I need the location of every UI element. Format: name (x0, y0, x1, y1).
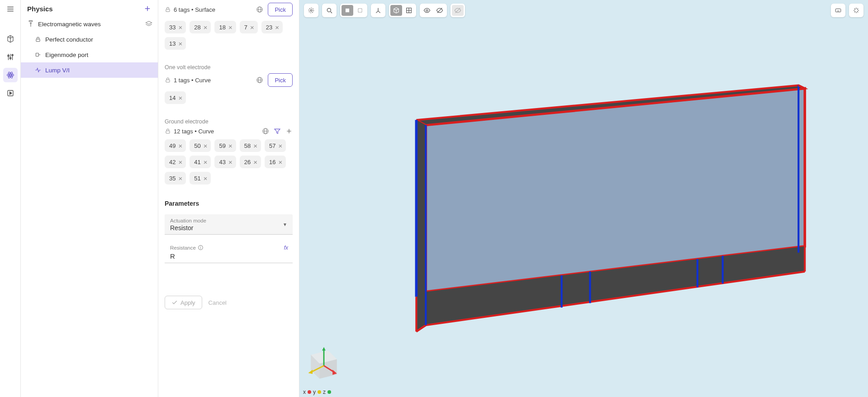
svg-point-9 (9, 75, 11, 76)
hide-icon[interactable] (434, 5, 446, 16)
actuation-mode-dropdown[interactable]: Actuation mode Resistor ▼ (165, 214, 293, 235)
tags-summary: 6 tags • Surface (174, 6, 215, 13)
tag-chip[interactable]: 35× (165, 172, 186, 184)
axes-icon[interactable] (372, 5, 384, 16)
menu-icon[interactable] (3, 2, 18, 16)
zoom-fit-icon[interactable] (323, 5, 335, 16)
nav-rail (0, 0, 21, 397)
select-face-icon[interactable] (342, 5, 353, 16)
tag-chip[interactable]: 13× (165, 37, 186, 50)
tree-item-perfect-conductor[interactable]: Perfect conductor (21, 32, 158, 47)
fx-icon[interactable]: fx (284, 245, 288, 251)
tag-chip[interactable]: 43× (214, 156, 236, 168)
resistance-field[interactable]: Resistance R fx (165, 242, 293, 263)
axis-labels: x y z (303, 389, 331, 395)
close-icon[interactable]: × (178, 40, 182, 47)
lock-icon (34, 36, 42, 43)
apply-button[interactable]: Apply (165, 296, 202, 309)
tag-chip[interactable]: 58× (240, 139, 261, 152)
field-value: R (170, 252, 287, 260)
axis-x-dot (308, 390, 311, 394)
close-icon[interactable]: × (178, 142, 182, 149)
play-icon[interactable] (3, 86, 18, 100)
section-unnamed: 6 tags • Surface Pick 33× 28× 18× 7× 23×… (165, 3, 293, 54)
tree-item-lump-vi[interactable]: Lump V/I (21, 62, 158, 78)
lock-icon (165, 128, 171, 134)
viewport-3d[interactable]: x y z (299, 0, 868, 397)
svg-rect-19 (36, 39, 40, 41)
tag-chip[interactable]: 14× (165, 91, 186, 104)
close-icon[interactable]: × (250, 24, 254, 31)
select-box-icon[interactable] (354, 5, 366, 16)
close-icon[interactable]: × (275, 24, 279, 31)
tag-chip[interactable]: 41× (190, 156, 211, 168)
tag-chip[interactable]: 42× (165, 156, 186, 168)
tag-chip[interactable]: 50× (190, 139, 211, 152)
tree-item-label: Electromagnetic waves (38, 21, 101, 28)
close-icon[interactable]: × (228, 142, 232, 149)
add-tag-icon[interactable] (285, 128, 293, 135)
pick-button[interactable]: Pick (268, 3, 293, 16)
reset-view-icon[interactable] (305, 5, 317, 16)
tag-chip[interactable]: 28× (190, 21, 211, 33)
svg-marker-65 (416, 120, 426, 297)
properties-panel: 6 tags • Surface Pick 33× 28× 18× 7× 23×… (158, 0, 299, 397)
pick-button[interactable]: Pick (268, 73, 293, 87)
globe-icon[interactable] (256, 76, 263, 84)
tag-chip[interactable]: 57× (265, 139, 286, 152)
close-icon[interactable]: × (228, 24, 232, 31)
tags-summary: 1 tags • Curve (174, 77, 211, 84)
close-icon[interactable]: × (204, 142, 208, 149)
close-icon[interactable]: × (178, 159, 182, 165)
close-icon[interactable]: × (253, 159, 257, 165)
tag-chip[interactable]: 7× (240, 21, 258, 33)
cancel-button[interactable]: Cancel (209, 296, 227, 309)
tree-item-label: Lump V/I (45, 67, 70, 74)
layers-icon[interactable] (145, 20, 152, 28)
physics-icon[interactable] (3, 68, 18, 82)
tree-item-em-waves[interactable]: Electromagnetic waves (21, 16, 158, 32)
close-icon[interactable]: × (228, 159, 232, 165)
tag-chip[interactable]: 49× (165, 139, 186, 152)
tag-chip[interactable]: 51× (190, 172, 211, 184)
tag-chip[interactable]: 59× (214, 139, 236, 152)
close-icon[interactable]: × (178, 175, 182, 182)
close-icon[interactable]: × (278, 159, 282, 165)
svg-point-52 (426, 9, 428, 11)
globe-icon[interactable] (256, 6, 263, 13)
wireframe-icon[interactable] (390, 5, 402, 16)
close-icon[interactable]: × (204, 24, 208, 31)
lock-icon (165, 77, 171, 83)
tag-chip[interactable]: 18× (214, 21, 236, 33)
keyboard-icon[interactable] (832, 5, 844, 16)
viewport-toolbar-right (831, 4, 863, 17)
svg-marker-14 (9, 92, 12, 95)
sparkle-icon[interactable] (850, 5, 862, 16)
tag-chip[interactable]: 26× (240, 156, 261, 168)
tree-item-eigenmode-port[interactable]: Eigenmode port (21, 47, 158, 62)
axis-y-label: y (313, 389, 316, 395)
axis-gizmo[interactable] (302, 342, 346, 385)
close-icon[interactable]: × (204, 175, 208, 182)
close-icon[interactable]: × (178, 24, 182, 31)
globe-icon[interactable] (262, 128, 269, 135)
show-icon[interactable] (421, 5, 433, 16)
svg-rect-44 (346, 9, 349, 12)
svg-rect-55 (835, 9, 841, 12)
model-canvas[interactable] (299, 0, 868, 397)
grid-icon[interactable] (403, 5, 415, 16)
tag-chip[interactable]: 16× (265, 156, 286, 168)
close-icon[interactable]: × (178, 95, 182, 101)
close-icon[interactable]: × (278, 142, 282, 149)
geometry-icon[interactable] (3, 32, 18, 46)
sliders-icon[interactable] (3, 50, 18, 64)
svg-point-39 (200, 246, 201, 247)
add-physics-button[interactable] (143, 5, 152, 13)
svg-rect-22 (166, 9, 170, 11)
filter-icon[interactable] (274, 128, 281, 135)
close-icon[interactable]: × (253, 142, 257, 149)
chip-list: 14× (165, 91, 293, 104)
tag-chip[interactable]: 23× (261, 21, 283, 33)
tag-chip[interactable]: 33× (165, 21, 186, 33)
close-icon[interactable]: × (204, 159, 208, 165)
